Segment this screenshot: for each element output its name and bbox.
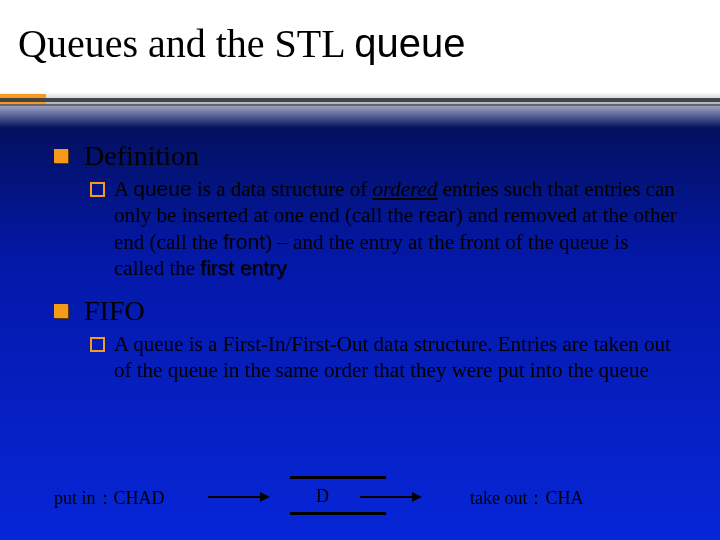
slide-title: Queues and the STL queue <box>18 22 465 65</box>
bullet-definition: Definition <box>84 140 680 172</box>
title-code: queue <box>354 21 465 65</box>
queue-contents: D <box>316 486 329 507</box>
hollow-square-bullet-icon <box>90 182 105 197</box>
slide: Queues and the STL queue Definition A qu… <box>0 0 720 540</box>
hollow-square-bullet-icon <box>90 337 105 352</box>
definition-text: A queue is a data structure of ordered e… <box>114 177 677 280</box>
slide-body: Definition A queue is a data structure o… <box>54 140 680 398</box>
take-out-label: take out：CHA <box>470 486 583 510</box>
queue-diagram: put in：CHAD D take out：CHA <box>60 472 680 522</box>
heading-fifo: FIFO <box>84 295 145 326</box>
queue-top-edge <box>290 476 386 479</box>
heading-definition: Definition <box>84 140 199 171</box>
subbullet-definition: A queue is a data structure of ordered e… <box>114 176 680 281</box>
square-bullet-icon <box>54 304 68 318</box>
square-bullet-icon <box>54 149 68 163</box>
arrow-icon <box>360 496 420 498</box>
title-prefix: Queues and the STL <box>18 21 354 66</box>
fifo-text: A queue is a First-In/First-Out data str… <box>114 332 671 382</box>
arrow-icon <box>208 496 268 498</box>
queue-bottom-edge <box>290 512 386 515</box>
bullet-fifo: FIFO <box>84 295 680 327</box>
subbullet-fifo: A queue is a First-In/First-Out data str… <box>114 331 680 384</box>
underline-thin <box>0 104 720 106</box>
put-in-label: put in：CHAD <box>54 486 165 510</box>
underline-thick <box>0 98 720 102</box>
